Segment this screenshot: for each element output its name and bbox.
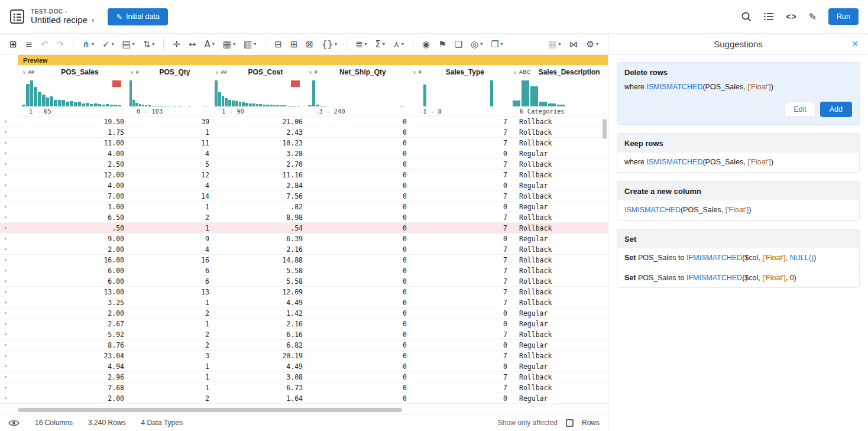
table-row[interactable]: 6.0065.5807Rollback bbox=[0, 265, 608, 276]
histogram-bar[interactable] bbox=[530, 86, 538, 106]
cell-POS_Sales[interactable]: 7.68 bbox=[18, 384, 125, 392]
histogram-bar[interactable] bbox=[276, 105, 279, 106]
histogram-bar[interactable] bbox=[167, 106, 169, 106]
cell-Sales_Type[interactable]: 0 bbox=[408, 150, 509, 158]
table-row[interactable]: 16.001614.8807Rollback bbox=[0, 255, 608, 265]
cell-Sales_Type[interactable]: 0 bbox=[408, 362, 509, 371]
cell-POS_Sales[interactable]: 6.00 bbox=[18, 267, 125, 275]
cell-Sales_Type[interactable]: 0 bbox=[408, 341, 509, 349]
histogram-bar[interactable] bbox=[142, 105, 144, 106]
column-header-Sales_Description[interactable]: ∨ABCSales_Description bbox=[509, 65, 608, 79]
standardize-button[interactable]: ✓▾ bbox=[99, 37, 118, 51]
cell-Net_Ship_Qty[interactable]: 0 bbox=[304, 352, 408, 360]
cell-Sales_Description[interactable]: Rollback bbox=[509, 352, 608, 360]
histogram-bar[interactable] bbox=[270, 105, 273, 106]
cell-Sales_Type[interactable]: 7 bbox=[408, 373, 509, 381]
align-button[interactable]: ≣▾ bbox=[352, 37, 371, 51]
cell-Sales_Description[interactable]: Rollback bbox=[509, 118, 608, 126]
histogram-bar[interactable] bbox=[173, 106, 175, 106]
column-header-POS_Qty[interactable]: ∨#POS_Qty bbox=[125, 65, 210, 79]
settings-sliders-button[interactable]: ⚙▾ bbox=[583, 37, 602, 51]
cell-POS_Cost[interactable]: 2.16 bbox=[210, 320, 304, 328]
table-row[interactable]: 2.5052.7007Rollback bbox=[0, 159, 608, 170]
histogram-bar[interactable] bbox=[522, 80, 529, 106]
table-row[interactable]: 23.04320.1907Rollback bbox=[0, 351, 608, 361]
breadcrumb-label[interactable]: TEST-DOC bbox=[31, 8, 63, 15]
cell-Sales_Type[interactable]: 7 bbox=[408, 160, 509, 168]
cell-Sales_Description[interactable]: Rollback bbox=[509, 139, 608, 147]
histogram-bar[interactable] bbox=[222, 96, 225, 106]
cell-POS_Sales[interactable]: 4.00 bbox=[18, 182, 125, 190]
code-view-icon[interactable]: <> bbox=[786, 12, 796, 21]
title-dropdown-caret-icon[interactable]: ∨ bbox=[91, 17, 95, 23]
histogram-bar[interactable] bbox=[263, 105, 265, 106]
table-row[interactable]: 6.5028.9807Rollback bbox=[0, 212, 608, 223]
cell-POS_Cost[interactable]: 12.09 bbox=[210, 288, 304, 296]
cell-POS_Cost[interactable]: 6.39 bbox=[210, 235, 304, 243]
cell-POS_Qty[interactable]: 1 bbox=[125, 320, 210, 328]
cell-POS_Sales[interactable]: 2.96 bbox=[18, 373, 125, 381]
table-row[interactable]: 8.7626.8200Regular bbox=[0, 340, 608, 351]
cell-Sales_Description[interactable]: Rollback bbox=[509, 330, 608, 339]
cell-Net_Ship_Qty[interactable]: 0 bbox=[304, 299, 408, 307]
edit-button[interactable]: Edit bbox=[785, 102, 815, 117]
cell-POS_Cost[interactable]: 2.84 bbox=[210, 182, 304, 190]
cell-Net_Ship_Qty[interactable]: 0 bbox=[304, 182, 408, 190]
column-menu-caret-icon[interactable]: ∨ bbox=[408, 70, 419, 75]
cell-Net_Ship_Qty[interactable]: 0 bbox=[304, 245, 408, 254]
histogram-bar[interactable] bbox=[228, 100, 231, 106]
cell-Sales_Description[interactable]: Regular bbox=[509, 341, 608, 349]
cell-Net_Ship_Qty[interactable]: 0 bbox=[304, 267, 408, 275]
grid-view-button[interactable]: ⊞ bbox=[6, 37, 21, 51]
table-row[interactable]: 7.00147.5607Rollback bbox=[0, 191, 608, 202]
cell-POS_Qty[interactable]: 2 bbox=[125, 213, 210, 222]
braces-button[interactable]: {}▾ bbox=[318, 37, 341, 51]
cell-POS_Sales[interactable]: 11.00 bbox=[18, 139, 125, 147]
cell-Net_Ship_Qty[interactable]: 0 bbox=[304, 139, 408, 147]
histogram-bar[interactable] bbox=[106, 104, 109, 106]
cell-POS_Qty[interactable]: 1 bbox=[125, 203, 210, 211]
table-row[interactable]: 2.0042.1607Rollback bbox=[0, 244, 608, 255]
histogram-bar[interactable] bbox=[218, 92, 221, 106]
suggestion-card-set[interactable]: SetSet POS_Sales to IFMISMATCHED($col, [… bbox=[617, 229, 860, 289]
histogram-bar[interactable] bbox=[118, 105, 121, 106]
cell-Sales_Type[interactable]: 7 bbox=[408, 128, 509, 137]
histogram-bar[interactable] bbox=[62, 100, 66, 106]
cell-POS_Qty[interactable]: 3 bbox=[125, 352, 210, 360]
cell-Sales_Description[interactable]: Rollback bbox=[509, 299, 608, 307]
text-format-button[interactable]: A▾ bbox=[200, 37, 218, 51]
cell-Net_Ship_Qty[interactable]: 0 bbox=[304, 341, 408, 349]
histogram-bar[interactable] bbox=[280, 105, 283, 106]
cell-Sales_Description[interactable]: Rollback bbox=[509, 128, 608, 137]
cell-POS_Cost[interactable]: 6.73 bbox=[210, 384, 304, 392]
cell-POS_Sales[interactable]: 13.00 bbox=[18, 288, 125, 296]
histogram-bar[interactable] bbox=[259, 104, 262, 106]
suggestion-card-keep-rows[interactable]: Keep rowswhere ISMISMATCHED(POS_Sales, [… bbox=[617, 133, 860, 173]
histogram-bar[interactable] bbox=[290, 106, 293, 106]
cell-POS_Qty[interactable]: 4 bbox=[125, 182, 210, 190]
cell-POS_Qty[interactable]: 9 bbox=[125, 235, 210, 243]
cell-Sales_Type[interactable]: 0 bbox=[408, 394, 509, 403]
cell-POS_Cost[interactable]: 4.49 bbox=[210, 362, 304, 371]
cell-POS_Cost[interactable]: 2.70 bbox=[210, 160, 304, 168]
cell-Net_Ship_Qty[interactable]: 0 bbox=[304, 150, 408, 158]
table-row[interactable]: 13.001312.0907Rollback bbox=[0, 287, 608, 297]
rows-checkbox[interactable] bbox=[566, 419, 574, 427]
cell-Sales_Type[interactable]: 0 bbox=[408, 320, 509, 328]
table-row[interactable]: 19.503921.0607Rollback bbox=[0, 116, 608, 127]
table-row[interactable]: 7.6816.7307Rollback bbox=[0, 383, 608, 393]
cell-POS_Qty[interactable]: 1 bbox=[125, 128, 210, 137]
histogram-bar[interactable] bbox=[114, 105, 118, 106]
cell-Net_Ship_Qty[interactable]: 0 bbox=[304, 288, 408, 296]
cell-Sales_Type[interactable]: 7 bbox=[408, 352, 509, 360]
histogram-bar[interactable] bbox=[110, 105, 114, 106]
histogram-bar[interactable] bbox=[242, 102, 245, 106]
cell-Sales_Type[interactable]: 7 bbox=[408, 267, 509, 275]
cell-POS_Cost[interactable]: 2.43 bbox=[210, 128, 304, 137]
table-row[interactable]: 2.0021.4200Regular bbox=[0, 308, 608, 319]
cell-POS_Qty[interactable]: 2 bbox=[125, 330, 210, 339]
histogram-bar[interactable] bbox=[225, 98, 228, 106]
mismatched-values-bar[interactable] bbox=[291, 80, 300, 87]
cell-Sales_Type[interactable]: 7 bbox=[408, 118, 509, 126]
histogram-bar[interactable] bbox=[129, 80, 132, 106]
